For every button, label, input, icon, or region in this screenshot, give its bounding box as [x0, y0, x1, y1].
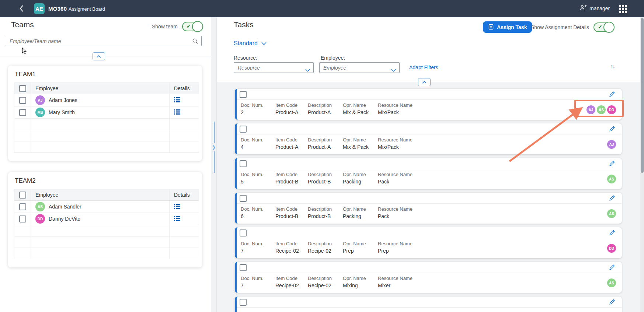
- member-name: Adam Jones: [49, 97, 77, 103]
- task-card: Doc. Num.7Item CodeRecipe-02DescriptionR…: [235, 262, 622, 293]
- assign-task-button[interactable]: Assign Task: [483, 21, 532, 33]
- edit-pencil-icon[interactable]: [609, 195, 615, 203]
- splitter-expand-icon[interactable]: [213, 145, 216, 151]
- member-checkbox-cell: [14, 201, 31, 213]
- task-field-value: Recipe-02: [275, 283, 308, 288]
- task-card: Doc. Num.4Item CodeProduct-ADescriptionP…: [235, 123, 622, 154]
- empty-checkbox-cell: [14, 236, 31, 248]
- task-checkbox[interactable]: [240, 229, 247, 236]
- task-field-label: Description: [308, 172, 343, 178]
- task-field-value: Recipe-02: [308, 283, 343, 288]
- task-field-value: Product-A: [308, 144, 343, 150]
- team-table-header: EmployeeDetails: [14, 83, 199, 94]
- edit-pencil-icon[interactable]: [609, 91, 615, 99]
- user-menu[interactable]: manager: [580, 5, 610, 12]
- details-list-icon[interactable]: [174, 216, 180, 222]
- task-field-value: Mix/Pack: [378, 144, 459, 150]
- variant-selector[interactable]: Standard: [234, 40, 267, 47]
- task-field-value: Prep: [378, 248, 459, 254]
- resource-filter-combobox[interactable]: Resource: [234, 62, 314, 73]
- select-all-checkbox[interactable]: [19, 192, 26, 199]
- edit-pencil-icon[interactable]: [609, 299, 615, 306]
- back-button[interactable]: [19, 5, 25, 12]
- member-checkbox[interactable]: [19, 97, 26, 104]
- edit-pencil-icon[interactable]: [609, 229, 615, 237]
- edit-pencil-icon[interactable]: [609, 126, 615, 133]
- task-data-row: Doc. Num.5Item CodeProduct-BDescriptionP…: [237, 169, 622, 185]
- empty-checkbox-cell: [14, 119, 31, 130]
- avatar-MS: MS: [35, 108, 45, 117]
- task-field-label: Resource Name: [378, 206, 459, 212]
- empty-checkbox-cell: [14, 141, 31, 153]
- task-field-resource_name: Resource NameMix/Pack: [378, 102, 459, 115]
- team-search-input[interactable]: [9, 37, 187, 45]
- tasks-panel: Tasks Assign Task Show Assignment Detail…: [217, 17, 644, 312]
- task-field-resource_name: Resource NameMixer: [378, 276, 459, 288]
- search-icon[interactable]: [192, 38, 198, 46]
- task-field-value: 7: [241, 283, 275, 288]
- task-field-label: Item Code: [275, 172, 308, 178]
- toggle-check-icon: ✓: [598, 24, 602, 30]
- app-switcher-button[interactable]: [619, 5, 627, 13]
- assignment-board-page: AE MO360 Assigment Board manager Teams S…: [0, 0, 644, 312]
- task-checkbox[interactable]: [240, 126, 247, 133]
- details-list-icon[interactable]: [174, 204, 180, 210]
- task-field-description: DescriptionRecipe-02: [308, 241, 343, 254]
- details-list-icon[interactable]: [174, 97, 180, 104]
- task-field-value: Product-B: [275, 213, 308, 219]
- task-field-resource_name: Resource NamePack: [378, 206, 459, 219]
- select-all-checkbox[interactable]: [19, 85, 26, 92]
- empty-row: [14, 130, 199, 141]
- assignee-avatars: AJ: [607, 140, 616, 149]
- select-all-cell: [14, 83, 31, 94]
- sort-button[interactable]: ↑↓: [610, 63, 615, 69]
- task-field-label: Item Code: [275, 206, 308, 212]
- task-checkbox[interactable]: [240, 160, 247, 167]
- panel-splitter[interactable]: [211, 17, 217, 312]
- details-column-header: Details: [169, 83, 199, 94]
- teams-collapse-header-button[interactable]: [93, 52, 105, 60]
- task-field-label: Opr. Name: [343, 206, 378, 212]
- task-checkbox-row: [237, 227, 622, 238]
- task-field-label: Opr. Name: [343, 276, 378, 281]
- scrollbar-thumb[interactable]: [641, 18, 644, 173]
- adapt-filters-link[interactable]: Adapt Filters: [409, 64, 438, 70]
- avatar-AS: AS: [35, 202, 45, 211]
- teams-header-divider: [0, 56, 211, 56]
- member-checkbox[interactable]: [19, 215, 26, 222]
- tasks-collapse-header-button[interactable]: [418, 78, 431, 86]
- task-field-description: DescriptionProduct-B: [308, 172, 343, 185]
- task-field-value: Mix/Pack: [378, 109, 459, 115]
- avatar-AS: AS: [607, 175, 616, 183]
- task-field-label: Doc. Num.: [241, 206, 275, 212]
- member-checkbox[interactable]: [19, 203, 26, 210]
- task-field-value: 6: [241, 213, 275, 219]
- task-checkbox[interactable]: [240, 91, 247, 98]
- edit-pencil-icon[interactable]: [609, 160, 615, 168]
- edit-pencil-icon[interactable]: [609, 264, 615, 272]
- task-checkbox[interactable]: [240, 264, 247, 271]
- task-field-label: Opr. Name: [343, 172, 378, 178]
- avatar-DD: DD: [35, 214, 45, 224]
- employee-filter-label: Employee:: [321, 55, 345, 61]
- show-team-toggle[interactable]: ✓: [182, 22, 203, 31]
- person-icon: [580, 5, 587, 12]
- vertical-scrollbar[interactable]: [640, 17, 644, 312]
- member-checkbox[interactable]: [19, 109, 26, 116]
- task-card: [235, 297, 622, 312]
- select-all-cell: [14, 189, 31, 200]
- team-search-box: [5, 36, 202, 46]
- task-field-label: Resource Name: [378, 241, 459, 247]
- task-field-doc_num: Doc. Num.4: [241, 137, 275, 150]
- task-checkbox[interactable]: [240, 299, 247, 306]
- task-field-label: Description: [308, 206, 343, 212]
- employee-filter-combobox[interactable]: Employee: [319, 62, 400, 73]
- splitter-grip-line: [214, 151, 215, 173]
- task-checkbox[interactable]: [240, 195, 247, 202]
- task-field-description: DescriptionProduct-A: [308, 102, 343, 115]
- assign-task-label: Assign Task: [497, 24, 527, 30]
- task-card: Doc. Num.2Item CodeProduct-ADescriptionP…: [235, 89, 622, 120]
- show-assignment-details-toggle[interactable]: ✓: [593, 22, 614, 32]
- details-list-icon[interactable]: [174, 109, 180, 116]
- resource-filter-placeholder: Resource: [238, 65, 260, 71]
